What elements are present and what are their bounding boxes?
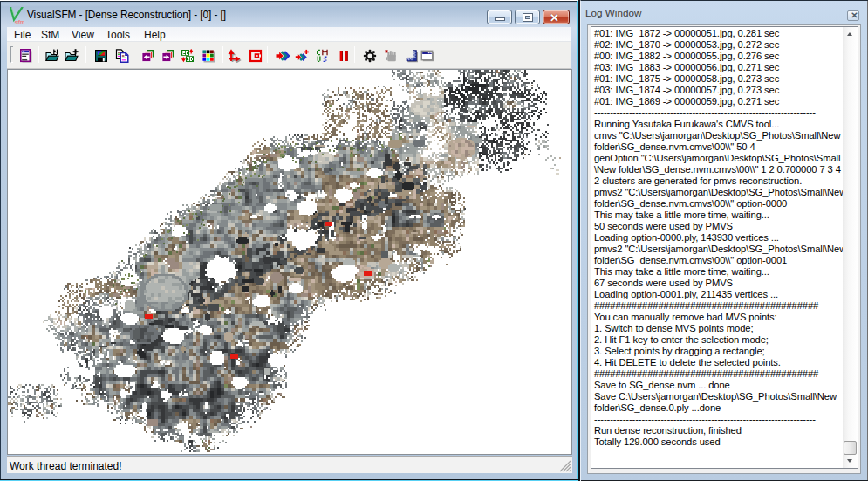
svg-text:sfm: sfm [14,19,24,25]
